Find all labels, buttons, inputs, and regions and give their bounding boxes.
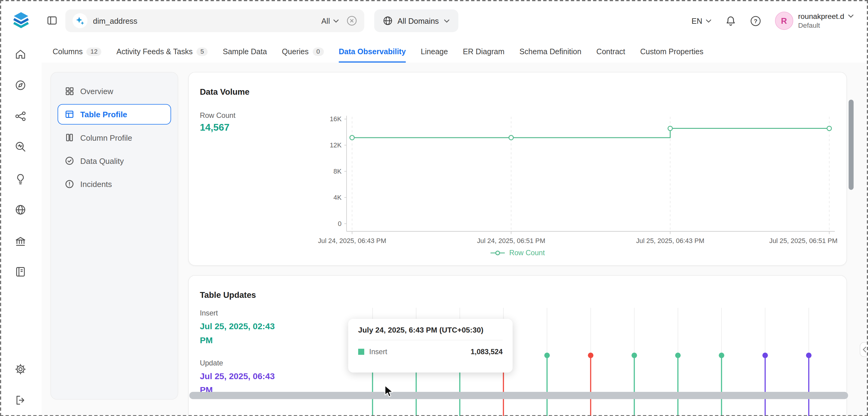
svg-text:12K: 12K xyxy=(330,141,342,149)
user-team: Default xyxy=(798,21,854,30)
question-icon: ? xyxy=(750,15,761,26)
tab-custom-properties[interactable]: Custom Properties xyxy=(640,41,704,62)
entity-tabs: Columns 12 Activity Feeds & Tasks 5 Samp… xyxy=(41,41,868,62)
home-icon xyxy=(14,48,27,60)
row-count-chart[interactable]: 04K8K12K16KJul 24, 2025, 06:43 PMJul 24,… xyxy=(316,111,842,247)
menu-item-label: Incidents xyxy=(81,180,112,189)
vertical-scrollbar[interactable] xyxy=(848,100,854,190)
nav-govern[interactable] xyxy=(14,235,27,249)
legend-row-count[interactable]: Row Count xyxy=(189,249,846,257)
search-input[interactable] xyxy=(93,17,315,25)
table-icon xyxy=(65,109,74,119)
menu-item-data-quality[interactable]: Data Quality xyxy=(58,151,171,171)
tab-queries[interactable]: Queries 0 xyxy=(282,41,324,62)
globe-icon xyxy=(383,16,393,26)
tab-label: Schema Definition xyxy=(519,47,581,56)
horizontal-scrollbar[interactable] xyxy=(189,392,848,399)
menu-item-label: Column Profile xyxy=(81,133,132,142)
chevron-down-icon xyxy=(706,19,711,23)
help-button[interactable]: ? xyxy=(750,15,761,26)
chart-tooltip: July 24, 2025, 6:43 PM (UTC+05:30) Inser… xyxy=(348,319,513,373)
grid-icon xyxy=(65,87,74,96)
tab-columns[interactable]: Columns 12 xyxy=(53,41,101,62)
svg-text:4K: 4K xyxy=(334,194,342,201)
search-pulse-icon xyxy=(14,141,27,153)
bank-icon xyxy=(14,235,27,247)
search-scope-dropdown[interactable]: All xyxy=(321,17,339,25)
tab-sample-data[interactable]: Sample Data xyxy=(223,41,267,62)
search-scope-label: All xyxy=(321,17,330,25)
svg-text:Jul 24, 2025, 06:51 PM: Jul 24, 2025, 06:51 PM xyxy=(477,237,545,245)
network-icon xyxy=(14,110,27,122)
menu-item-incidents[interactable]: Incidents xyxy=(58,174,171,194)
lightbulb-icon xyxy=(14,173,27,185)
domains-label: All Domains xyxy=(398,17,439,25)
chevron-down-icon xyxy=(444,19,449,23)
app-logo[interactable] xyxy=(11,10,32,33)
nav-logout[interactable] xyxy=(14,394,27,408)
menu-item-overview[interactable]: Overview xyxy=(58,81,171,101)
nav-glossary[interactable] xyxy=(14,265,27,280)
tab-label: Data Observability xyxy=(339,47,406,56)
nav-domains[interactable] xyxy=(14,204,27,218)
right-panel-handle[interactable] xyxy=(860,342,868,357)
gear-icon xyxy=(14,363,27,375)
profile-sidebar: Overview Table Profile Column Profile Da… xyxy=(50,72,178,399)
main-content: Overview Table Profile Column Profile Da… xyxy=(41,62,868,416)
nav-lineage[interactable] xyxy=(14,110,27,125)
tab-schema-definition[interactable]: Schema Definition xyxy=(519,41,581,62)
chevron-down-icon xyxy=(848,14,854,18)
global-search[interactable]: All xyxy=(65,9,364,32)
nav-settings[interactable] xyxy=(14,363,27,377)
search-clear-button[interactable] xyxy=(347,15,357,26)
menu-item-label: Data Quality xyxy=(81,156,124,165)
svg-text:16K: 16K xyxy=(330,115,342,123)
panel-toggle-icon xyxy=(46,15,58,26)
tab-label: Activity Feeds & Tasks xyxy=(116,47,192,56)
chevron-down-icon xyxy=(333,19,339,23)
nav-observability[interactable] xyxy=(14,141,27,155)
tooltip-series-label: Insert xyxy=(369,348,387,356)
nav-explore[interactable] xyxy=(14,79,27,94)
tab-er-diagram[interactable]: ER Diagram xyxy=(463,41,505,62)
tab-activity-feeds[interactable]: Activity Feeds & Tasks 5 xyxy=(116,41,208,62)
bell-icon xyxy=(725,15,736,26)
update-label: Update xyxy=(200,359,223,367)
tab-label: ER Diagram xyxy=(463,47,505,56)
tab-lineage[interactable]: Lineage xyxy=(421,41,448,62)
row-count-label: Row Count xyxy=(200,111,236,119)
svg-text:Jul 25, 2025, 06:51 PM: Jul 25, 2025, 06:51 PM xyxy=(769,237,838,245)
screen: All All Domains EN xyxy=(0,0,868,416)
nav-insights[interactable] xyxy=(14,173,27,187)
avatar: R xyxy=(775,11,793,30)
tab-count-badge: 0 xyxy=(312,47,324,56)
tab-data-observability[interactable]: Data Observability xyxy=(339,41,406,62)
tab-label: Contract xyxy=(596,47,625,56)
notifications-button[interactable] xyxy=(725,15,736,26)
user-name: rounakpreet.d xyxy=(798,11,844,21)
legend-marker-icon xyxy=(490,250,505,256)
chevron-left-icon xyxy=(862,347,866,353)
user-menu[interactable]: R rounakpreet.d Default xyxy=(775,11,854,30)
insert-label: Insert xyxy=(200,309,218,317)
left-nav-rail xyxy=(0,41,41,416)
language-selector[interactable]: EN xyxy=(692,17,711,25)
ai-sparkle-icon[interactable] xyxy=(72,13,87,28)
domains-filter-button[interactable]: All Domains xyxy=(374,9,458,32)
mouse-cursor xyxy=(383,385,395,400)
nav-home[interactable] xyxy=(14,48,27,62)
top-navbar: All All Domains EN xyxy=(0,0,868,41)
logout-icon xyxy=(14,394,27,406)
svg-text:Jul 24, 2025, 06:43 PM: Jul 24, 2025, 06:43 PM xyxy=(318,237,386,245)
menu-item-table-profile[interactable]: Table Profile xyxy=(58,104,171,125)
menu-item-column-profile[interactable]: Column Profile xyxy=(58,127,171,148)
sidebar-toggle-button[interactable] xyxy=(46,15,58,28)
tooltip-series-value: 1,083,524 xyxy=(470,348,502,356)
tab-count-badge: 5 xyxy=(196,47,208,56)
tab-label: Columns xyxy=(53,47,83,56)
tooltip-series-swatch xyxy=(358,349,364,355)
tab-contract[interactable]: Contract xyxy=(596,41,625,62)
columns-icon xyxy=(65,133,74,142)
tab-label: Queries xyxy=(282,47,309,56)
compass-icon xyxy=(14,79,27,91)
